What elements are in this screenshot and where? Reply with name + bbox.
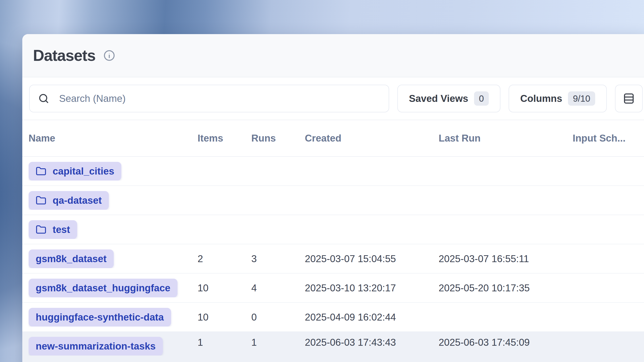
saved-views-button[interactable]: Saved Views 0 xyxy=(397,85,500,112)
toolbar: Saved Views 0 Columns 9/10 xyxy=(22,77,644,120)
runs-cell: 4 xyxy=(251,282,305,294)
dataset-name-pill-label: new-summarization-tasks xyxy=(36,341,156,352)
created-cell: 2025-04-09 16:02:44 xyxy=(305,312,438,323)
column-header: Last Run xyxy=(438,133,573,144)
dataset-name-pill[interactable]: capital_cities xyxy=(28,162,121,181)
items-cell: 10 xyxy=(198,312,251,323)
table-row[interactable]: gsm8k_dataset 2 3 2025-03-07 15:04:55 20… xyxy=(22,244,644,274)
page-title: Datasets xyxy=(33,46,96,64)
dataset-name-pill-label: huggingface-synthetic-data xyxy=(36,312,164,323)
search-icon xyxy=(38,92,50,104)
folder-icon xyxy=(36,166,46,177)
dataset-name-pill[interactable]: gsm8k_dataset xyxy=(28,249,114,268)
name-cell: test xyxy=(28,220,198,239)
dataset-name-pill[interactable]: huggingface-synthetic-data xyxy=(28,308,171,327)
runs-cell: 1 xyxy=(251,337,305,348)
column-header: Created xyxy=(305,133,438,144)
columns-label: Columns xyxy=(520,93,562,104)
folder-icon xyxy=(36,195,46,206)
table-row[interactable]: qa-dataset xyxy=(22,186,644,215)
column-header: Runs xyxy=(251,133,305,144)
dataset-name-pill-label: gsm8k_dataset_huggingface xyxy=(36,282,170,294)
row-height-button[interactable] xyxy=(615,85,643,112)
table-row[interactable]: huggingface-synthetic-data 10 0 2025-04-… xyxy=(22,303,644,332)
dataset-name-pill-label: gsm8k_dataset xyxy=(36,253,106,264)
table-body: capital_cities qa-dataset xyxy=(22,157,644,362)
name-cell: new-summarization-tasks xyxy=(28,337,198,356)
dataset-name-pill[interactable]: test xyxy=(28,220,77,239)
dataset-name-pill[interactable]: new-summarization-tasks xyxy=(28,337,163,356)
saved-views-count-badge: 0 xyxy=(474,91,489,106)
created-cell: 2025-03-07 15:04:55 xyxy=(305,253,438,264)
dataset-name-pill-label: qa-dataset xyxy=(53,195,102,206)
runs-cell: 0 xyxy=(251,312,305,323)
name-cell: capital_cities xyxy=(28,162,198,181)
items-cell: 1 xyxy=(198,337,251,348)
created-cell: 2025-03-10 13:20:17 xyxy=(305,282,438,294)
items-cell: 10 xyxy=(198,282,251,294)
dataset-name-pill[interactable]: qa-dataset xyxy=(28,191,109,210)
created-cell: 2025-06-03 17:43:43 xyxy=(305,337,438,348)
runs-cell: 3 xyxy=(251,253,305,264)
name-cell: huggingface-synthetic-data xyxy=(28,308,198,327)
column-header: Items xyxy=(198,133,251,144)
items-cell: 2 xyxy=(198,253,251,264)
last-run-cell: 2025-06-03 17:45:09 xyxy=(438,337,573,348)
dataset-name-pill-label: test xyxy=(53,224,70,235)
name-cell: gsm8k_dataset xyxy=(28,249,198,268)
info-icon[interactable] xyxy=(104,50,115,61)
saved-views-label: Saved Views xyxy=(409,93,468,104)
dataset-name-pill[interactable]: gsm8k_dataset_huggingface xyxy=(28,279,178,297)
search-input[interactable] xyxy=(59,93,381,104)
folder-icon xyxy=(36,224,46,235)
last-run-cell: 2025-05-20 10:17:35 xyxy=(438,282,573,294)
column-header: Name xyxy=(28,133,198,144)
last-run-cell: 2025-03-07 16:55:11 xyxy=(438,253,573,264)
panel-header: Datasets xyxy=(22,34,644,77)
columns-count-badge: 9/10 xyxy=(568,91,595,106)
column-header: Input Sch... xyxy=(573,133,644,144)
table-row[interactable]: new-summarization-tasks 1 1 2025-06-03 1… xyxy=(22,332,644,362)
table-row[interactable]: test xyxy=(22,215,644,244)
columns-button[interactable]: Columns 9/10 xyxy=(509,85,607,112)
search-box[interactable] xyxy=(29,85,389,112)
datasets-panel: Datasets Saved Views 0 Columns xyxy=(22,34,644,362)
table-row[interactable]: capital_cities xyxy=(22,157,644,186)
name-cell: gsm8k_dataset_huggingface xyxy=(28,279,198,297)
dataset-name-pill-label: capital_cities xyxy=(53,166,114,177)
name-cell: qa-dataset xyxy=(28,191,198,210)
table-row[interactable]: gsm8k_dataset_huggingface 10 4 2025-03-1… xyxy=(22,274,644,303)
table-header-row: NameItemsRunsCreatedLast RunInput Sch... xyxy=(22,120,644,157)
table-rows-icon xyxy=(622,92,635,105)
